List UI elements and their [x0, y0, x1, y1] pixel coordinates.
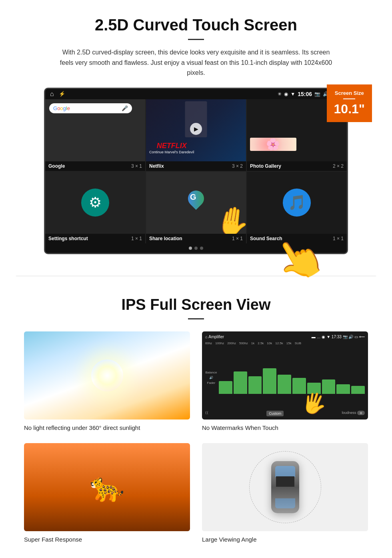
amp-footer: ⟨⟨ Custom loudness ◉: [205, 411, 365, 416]
bar-10: [351, 386, 365, 394]
dot-1: [189, 247, 192, 250]
feature-car: Large Viewing Angle: [202, 443, 368, 543]
share-app-name: Share location: [149, 236, 182, 241]
signal-icon: ▼: [290, 91, 295, 97]
photos-label-row: Photo Gallery 2 × 2: [247, 161, 347, 171]
bar-9: [336, 384, 350, 394]
dot-2: [194, 247, 198, 250]
amp-header: ⌂ Amplifier ▬ … ◉ ▼ 17:33 📷 🔊 ▭ ⟵: [205, 335, 365, 339]
car-image: [202, 443, 368, 531]
amp-bars: [219, 362, 365, 394]
bar-2: [234, 371, 247, 394]
section-divider: [16, 276, 376, 276]
bar-4: [263, 368, 276, 394]
section2-divider: [188, 318, 204, 319]
photos-app-size: 2 × 2: [333, 163, 344, 169]
car-body: [271, 461, 299, 513]
app-cell-netflix[interactable]: ▶ NETFLIX Continue Marvel's Daredevil Ne…: [146, 99, 246, 171]
netflix-cell-inner: ▶ NETFLIX Continue Marvel's Daredevil: [146, 99, 246, 161]
app-cell-share-location[interactable]: G 🤚 Share location 1 × 1: [146, 172, 246, 243]
netflix-label-row: Netflix 3 × 2: [146, 161, 246, 171]
share-label-row: Share location 1 × 1: [146, 234, 246, 243]
feature-cheetah: 🐆 Super Fast Response: [24, 443, 190, 543]
amp-screen: ⌂ Amplifier ▬ … ◉ ▼ 17:33 📷 🔊 ▭ ⟵ 60hz10…: [202, 331, 368, 420]
section1-title: 2.5D Curved Touch Screen: [24, 16, 368, 34]
app-cell-google[interactable]: Google 🎤 Google 3 × 1: [45, 99, 145, 171]
app-cell-settings[interactable]: ⚙ Settings shortcut 1 × 1: [45, 172, 145, 243]
cheetah-caption: Super Fast Response: [24, 536, 190, 543]
status-time: 15:06: [298, 91, 312, 97]
status-bar: ⌂ ⚡ ✳ ◉ ▼ 15:06 📷 🔊 ✕ ▭: [45, 89, 347, 99]
custom-btn[interactable]: Custom: [266, 411, 284, 416]
amp-freq-labels: 60hz100hz200hz500hz1k2.5k10k12.5k15kSUB: [205, 341, 365, 345]
netflix-app-size: 3 × 2: [232, 163, 243, 169]
car-rear-window: [275, 498, 295, 508]
netflix-subtitle: Continue Marvel's Daredevil: [149, 150, 194, 154]
netflix-play-button[interactable]: ▶: [190, 123, 202, 135]
car-windshield: [275, 466, 295, 477]
car-top-view: [202, 443, 368, 531]
bar-6: [292, 378, 306, 394]
mic-icon[interactable]: 🎤: [122, 105, 128, 111]
home-icon: ⌂: [50, 90, 54, 98]
badge-divider: [343, 98, 355, 99]
sunlight-caption: No light reflecting under 360° direct su…: [24, 424, 190, 431]
dot-3: [200, 247, 203, 250]
settings-app-size: 1 × 1: [131, 236, 142, 241]
bar-8: [322, 379, 336, 394]
netflix-logo: NETFLIX: [149, 142, 194, 150]
amp-controls: Balance 🔊 Fader: [205, 347, 365, 409]
share-app-size: 1 × 1: [232, 236, 243, 241]
bar-1: [219, 381, 232, 394]
google-app-size: 3 × 1: [131, 163, 142, 169]
device-mockup-wrapper: Screen Size 10.1" ⌂ ⚡ ✳ ◉ ▼ 15:06 📷 🔊 ✕ …: [44, 88, 348, 254]
sun-glare: [91, 359, 123, 391]
feature-grid: No light reflecting under 360° direct su…: [24, 331, 368, 543]
amplifier-caption: No Watermarks When Touch: [202, 424, 368, 431]
share-location-cell-inner: G 🤚: [146, 172, 246, 234]
google-app-name: Google: [48, 163, 65, 169]
pointing-hand: 🤚: [213, 202, 246, 234]
google-cell-inner: Google 🎤: [45, 99, 145, 161]
photo-thumb-3: 🌸: [250, 138, 296, 151]
section-ips-view: IPS Full Screen View No light reflecting…: [0, 288, 392, 558]
netflix-branding: NETFLIX Continue Marvel's Daredevil: [149, 142, 194, 154]
section1-description: With 2.5D curved-display screen, this de…: [56, 47, 336, 78]
maps-icon: G: [186, 191, 206, 215]
maps-letter: G: [190, 193, 196, 202]
usb-icon: ⚡: [59, 91, 65, 97]
badge-size: 10.1": [334, 102, 365, 116]
google-search-bar[interactable]: Google 🎤: [49, 103, 132, 113]
bar-5: [278, 375, 291, 394]
netflix-app-name: Netflix: [149, 163, 164, 169]
app-grid: Google 🎤 Google 3 × 1: [45, 99, 347, 243]
sound-label-row: Sound Search 1 × 1: [247, 234, 347, 243]
sound-app-size: 1 × 1: [333, 236, 344, 241]
photos-app-name: Photo Gallery: [250, 163, 281, 169]
title-divider: [188, 39, 204, 40]
settings-icon: ⚙: [81, 189, 109, 217]
car-caption: Large Viewing Angle: [202, 536, 368, 543]
sound-icon: 🎵: [283, 189, 311, 217]
badge-label: Screen Size: [334, 90, 365, 96]
bluetooth-icon: ✳: [278, 91, 282, 97]
settings-label-row: Settings shortcut 1 × 1: [45, 234, 145, 243]
cheetah-scene: 🐆: [24, 443, 190, 531]
location-icon: ◉: [284, 91, 288, 97]
screen-size-badge: Screen Size 10.1": [327, 84, 372, 122]
settings-cell-inner: ⚙: [45, 172, 145, 234]
car-roof: [276, 476, 294, 487]
amplifier-image: ⌂ Amplifier ▬ … ◉ ▼ 17:33 📷 🔊 ▭ ⟵ 60hz10…: [202, 331, 368, 420]
google-label-row: Google 3 × 1: [45, 161, 145, 171]
feature-sunlight: No light reflecting under 360° direct su…: [24, 331, 190, 431]
camera-icon: 📷: [314, 91, 320, 97]
section2-title: IPS Full Screen View: [24, 296, 368, 313]
sunlight-image: [24, 331, 190, 420]
google-logo: Google: [53, 105, 70, 111]
bar-3: [248, 376, 262, 394]
app-cell-sound-search[interactable]: 🎵 Sound Search 1 × 1: [247, 172, 347, 243]
feature-amplifier: ⌂ Amplifier ▬ … ◉ ▼ 17:33 📷 🔊 ▭ ⟵ 60hz10…: [202, 331, 368, 431]
sound-app-name: Sound Search: [250, 236, 282, 241]
settings-app-name: Settings shortcut: [48, 236, 88, 241]
cheetah-image: 🐆: [24, 443, 190, 531]
